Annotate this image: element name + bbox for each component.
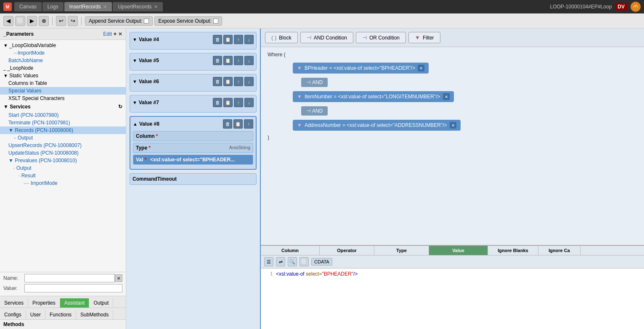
vb4-up[interactable]: ↑ — [234, 35, 243, 44]
tree-item-records[interactable]: ▼ Records (PCN-10008006) — [0, 126, 126, 134]
tab-upsertrecords[interactable]: UpsertRecords ✕ — [113, 2, 163, 11]
expose-service-output-btn[interactable]: Expose Service Output: — [154, 16, 222, 26]
vb7-down[interactable]: ↓ — [244, 98, 254, 107]
value-block-7-collapse[interactable]: ▼ — [133, 100, 137, 105]
and-condition-btn[interactable]: ⊣ AND Condition — [300, 32, 353, 43]
expose-checkbox[interactable] — [213, 18, 218, 24]
vb8-delete[interactable]: 🗑 — [223, 119, 232, 129]
value-block-8-collapse[interactable]: ▲ — [133, 121, 138, 126]
subtab-submethods[interactable]: SubMethods — [76, 310, 113, 319]
redo-btn[interactable]: ↪ — [68, 16, 78, 26]
vb5-copy[interactable]: 📋 — [223, 56, 233, 65]
tab-output[interactable]: Output — [89, 298, 113, 308]
value-block-6-collapse[interactable]: ▼ — [133, 79, 137, 84]
value-block-4-collapse[interactable]: ▼ — [133, 37, 137, 42]
tab-canvas[interactable]: Canvas — [14, 2, 42, 11]
tree-item-terminate[interactable]: Terminate (PCN-10007981) — [0, 119, 126, 126]
filter-icon-3: ▼ — [297, 122, 302, 128]
vb6-delete[interactable]: 🗑 — [213, 77, 222, 86]
condition-pill-1-delete[interactable]: ✕ — [418, 65, 424, 71]
tree-item-batchjobname[interactable]: BatchJobName — [0, 57, 126, 64]
editor-format-btn[interactable]: ☰ — [264, 257, 273, 266]
refresh-services-icon[interactable]: ↻ — [118, 104, 122, 110]
value-block-7-header: ▼ Value #7 🗑 📋 ↑ ↓ — [133, 98, 254, 107]
vb7-delete[interactable]: 🗑 — [213, 98, 222, 107]
nav-copy-btn[interactable]: ⬜ — [15, 16, 25, 26]
filter-btn[interactable]: ▼ Filter — [408, 32, 440, 43]
tree-item-start[interactable]: Start (PCN-10007980) — [0, 111, 126, 119]
tab-insertrecords[interactable]: InsertRecords ✕ — [64, 2, 112, 11]
editor-toggle-btn[interactable]: ⬜ — [299, 257, 309, 266]
code-area[interactable]: 1 <xsl:value-of select="BPHEADER"/> — [261, 268, 644, 329]
tree-item-loopglobal[interactable]: ▼ _LoopGlobalVariable — [0, 42, 126, 49]
type-field[interactable]: Type * AnsiString — [133, 143, 253, 153]
tab-assistant[interactable]: Assistant — [60, 298, 90, 308]
append-service-output-btn[interactable]: Append Service Output: — [85, 16, 153, 26]
value-block-5-collapse[interactable]: ▼ — [133, 58, 137, 63]
subtab-functions[interactable]: Functions — [45, 310, 76, 319]
nav-back-btn[interactable]: ◀ — [3, 16, 13, 26]
vb4-copy[interactable]: 📋 — [223, 35, 233, 44]
tree-item-result[interactable]: · Result — [0, 172, 126, 179]
close-left-btn[interactable]: ✕ — [118, 31, 122, 37]
tree-item-importmode[interactable]: ···ImportMode — [0, 49, 126, 57]
tree-item-updatestatus[interactable]: UpdateStatus (PCN-10008008) — [0, 149, 126, 157]
value-input[interactable] — [24, 284, 122, 292]
and-connector-2[interactable]: ⊣ AND — [301, 106, 328, 116]
val-field[interactable]: Val * <xsl:value-of select="BPHEADER... — [133, 155, 253, 165]
tree-item-static-values[interactable]: ▼ Static Values — [0, 72, 126, 79]
tree-item-output-2[interactable]: · Output — [0, 164, 126, 172]
vb6-copy[interactable]: 📋 — [223, 77, 233, 86]
tab-insertrecords-close[interactable]: ✕ — [103, 4, 107, 10]
tree-item-services[interactable]: ▼ Services ↻ — [0, 102, 126, 111]
condition-pill-2[interactable]: ▼ ItemNumber = <xsl:value-of select="LON… — [293, 91, 454, 102]
condition-pill-2-delete[interactable]: ✕ — [443, 93, 450, 100]
block-btn[interactable]: ( ) Block — [265, 32, 298, 43]
vb4-delete[interactable]: 🗑 — [213, 35, 222, 44]
value-block-6-actions: 🗑 📋 ↑ ↓ — [213, 77, 254, 86]
undo-btn[interactable]: ↩ — [56, 16, 66, 26]
subtab-configs[interactable]: Configs — [0, 310, 26, 319]
tree-item-columns-table[interactable]: Columns in Table — [0, 79, 126, 87]
condition-pill-3[interactable]: ▼ AddressNumber = <xsl:value-of select="… — [293, 120, 461, 131]
append-checkbox[interactable] — [144, 18, 149, 24]
tab-services[interactable]: Services — [0, 298, 28, 308]
name-input[interactable] — [24, 274, 115, 282]
tree-item-importmode-2[interactable]: ···· ImportMode — [0, 179, 126, 187]
column-field[interactable]: Column * — [133, 131, 253, 141]
vb4-down[interactable]: ↓ — [244, 35, 254, 44]
edit-label[interactable]: Edit — [103, 31, 112, 37]
vb5-up[interactable]: ↑ — [234, 56, 243, 65]
nav-forward-btn[interactable]: ▶ — [27, 16, 37, 26]
tab-logs[interactable]: Logs — [42, 2, 64, 11]
editor-wrap-btn[interactable]: ⇌ — [276, 257, 285, 266]
vb6-up[interactable]: ↑ — [234, 77, 243, 86]
where-header: Where ( — [268, 51, 637, 58]
vb6-down[interactable]: ↓ — [244, 77, 254, 86]
vb7-copy[interactable]: 📋 — [223, 98, 233, 107]
add-param-btn[interactable]: + — [114, 31, 117, 37]
tree-item-loopnode[interactable]: _ _LoopNode — [0, 64, 126, 72]
condition-pill-3-delete[interactable]: ✕ — [450, 122, 456, 129]
th-value[interactable]: Value — [429, 246, 488, 255]
name-clear-btn[interactable]: ✕ — [115, 274, 122, 282]
tab-upsertrecords-close[interactable]: ✕ — [154, 4, 158, 10]
and-connector-1[interactable]: ⊣ AND — [301, 78, 328, 87]
or-condition-btn[interactable]: ⊣ OR Condition — [356, 32, 406, 43]
subtab-user[interactable]: User — [26, 310, 45, 319]
vb7-up[interactable]: ↑ — [234, 98, 243, 107]
tree-item-xslt-chars[interactable]: XSLT Special Characters — [0, 95, 126, 102]
tree-item-upsertrecords[interactable]: UpsertRecords (PCN-10008007) — [0, 142, 126, 149]
cdata-badge[interactable]: CDATA — [311, 258, 332, 266]
nav-stop-btn[interactable]: ⊗ — [39, 16, 49, 26]
tree-item-output-1[interactable]: ·· Output — [0, 134, 126, 142]
vb5-down[interactable]: ↓ — [244, 56, 254, 65]
editor-search-btn[interactable]: 🔍 — [288, 257, 297, 266]
vb5-delete[interactable]: 🗑 — [213, 56, 222, 65]
tab-properties[interactable]: Properties — [28, 298, 60, 308]
tree-item-special-values[interactable]: Special Values — [0, 87, 126, 95]
condition-pill-1[interactable]: ▼ BPHeader = <xsl:value-of select="BPHEA… — [293, 63, 429, 74]
vb8-copy[interactable]: 📋 — [233, 119, 243, 129]
tree-item-prevalues[interactable]: ▼ Prevalues (PCN-10008010) — [0, 157, 126, 164]
vb8-up[interactable]: ↑ — [244, 119, 253, 129]
